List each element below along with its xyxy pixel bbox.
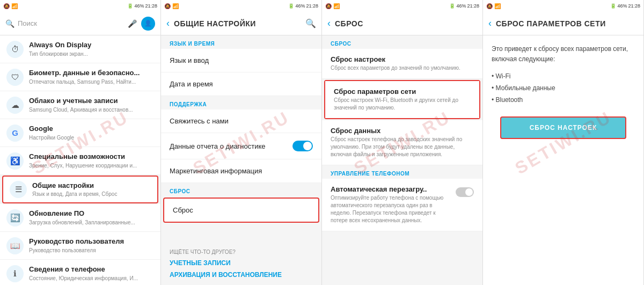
section-reset-label: СБРОС — [161, 183, 321, 196]
about-icon: ℹ — [6, 265, 24, 282]
status-bar-1: 🔕 📶 🔋 46% 21:28 — [0, 0, 160, 12]
menu-language[interactable]: Язык и ввод — [161, 49, 321, 72]
status-bar-3: 🔕 📶 🔋 46% 21:28 — [322, 0, 482, 12]
status-bar-2: 🔕 📶 🔋 46% 21:28 — [161, 0, 321, 12]
list-item-user-guide[interactable]: 📖 Руководство пользователя Руководство п… — [0, 232, 160, 260]
about-title: Сведения о телефоне — [29, 265, 154, 274]
top-bar-reset-network: ‹ СБРОС ПАРАМЕТРОВ СЕТИ — [483, 12, 643, 35]
reset-settings-button[interactable]: СБРОС НАСТРОЕК — [500, 116, 626, 139]
list-item-biometrics[interactable]: 🛡 Биометр. данные и безопасно... Отпечат… — [0, 63, 160, 91]
status-left-4: 🔕 📶 — [486, 3, 501, 9]
network-item-bluetooth: Bluetooth — [492, 94, 635, 106]
signal-icon: 📶 — [11, 3, 18, 9]
section-support: ПОДДЕРЖКА — [161, 96, 321, 109]
reset-network-body: Это приведет к сбросу всех параметров се… — [483, 35, 643, 285]
status-left-icons: 🔕 📶 — [3, 3, 18, 9]
section-reset: СБРОС — [322, 35, 482, 49]
menu-reset-active[interactable]: Сброс — [163, 198, 319, 223]
status-right-4: 🔋 46% 21:28 — [610, 3, 640, 9]
menu-reset-item: Сброс — [164, 199, 318, 222]
signal-icon-4: 📶 — [494, 3, 501, 9]
guide-title: Руководство пользователя — [29, 237, 154, 246]
accessibility-title: Специальные возможности — [29, 152, 154, 162]
reset-settings-item[interactable]: Сброс настроек Сброс всех параметров до … — [322, 49, 482, 79]
status-left-2: 🔕 📶 — [164, 3, 179, 9]
battery-percent-2: 46% — [295, 3, 305, 9]
about-text: Сведения о телефоне Состояние, Юридическ… — [29, 265, 154, 282]
reset-settings-sub: Сброс всех параметров до значений по умо… — [331, 64, 474, 72]
cloud-icon: ☁ — [6, 97, 24, 114]
general-settings-title: ОБЩИЕ НАСТРОЙКИ — [174, 19, 305, 28]
menu-datetime[interactable]: Дата и время — [161, 72, 321, 96]
accessibility-sub: Зрение, Слух, Нарушение координации и... — [29, 162, 154, 169]
back-button-2[interactable]: ‹ — [166, 18, 170, 29]
auto-restart-sub: Оптимизируйте работу телефона с помощью … — [331, 194, 451, 224]
google-sub: Настройки Google — [29, 134, 154, 141]
notification-icon-3: 🔕 — [325, 3, 332, 9]
accessibility-text: Специальные возможности Зрение, Слух, На… — [29, 152, 154, 169]
list-item-about-phone[interactable]: ℹ Сведения о телефоне Состояние, Юридиче… — [0, 260, 160, 285]
google-text: Google Настройки Google — [29, 125, 154, 141]
network-item-mobile: Мобильные данные — [492, 83, 635, 94]
status-right-3: 🔋 46% 21:28 — [449, 3, 479, 9]
general-title: Общие настройки — [32, 181, 151, 191]
biometrics-sub: Отпечаток пальца, Samsung Pass, Найти... — [29, 78, 154, 85]
guide-text: Руководство пользователя Руководство пол… — [29, 237, 154, 254]
time-2: 21:28 — [306, 3, 318, 9]
time-4: 21:28 — [628, 3, 640, 9]
reset-list: СБРОС Сброс настроек Сброс всех параметр… — [322, 35, 482, 285]
mic-icon[interactable]: 🎤 — [128, 19, 137, 28]
time-3: 21:28 — [467, 3, 479, 9]
auto-restart-toggle[interactable] — [456, 187, 474, 197]
back-button-3[interactable]: ‹ — [327, 18, 331, 29]
battery-percent: 46% — [134, 3, 144, 9]
reset-network-item-highlighted[interactable]: Сброс параметров сети Сброс настроек Wi-… — [324, 80, 480, 119]
reset-title: СБРОС — [335, 19, 477, 28]
general-sub: Язык и ввод, Дата и время, Сброс — [32, 191, 151, 198]
notification-icon-2: 🔕 — [164, 3, 171, 9]
status-right-2: 🔋 46% 21:28 — [288, 3, 318, 9]
diagnostics-label: Данные отчета о диагностике — [170, 142, 266, 150]
panel-main-settings: 🔕 📶 🔋 46% 21:28 🔍 Поиск 🎤 👤 ⏱ Always On … — [0, 0, 161, 285]
signal-icon-2: 📶 — [172, 3, 179, 9]
accessibility-icon: ♿ — [6, 152, 24, 170]
link-accounts[interactable]: УЧЕТНЫЕ ЗАПИСИ — [170, 257, 313, 269]
cloud-title: Облако и учетные записи — [29, 97, 154, 106]
reset-settings-title: Сброс настроек — [331, 55, 474, 63]
software-icon: 🔄 — [6, 209, 24, 226]
search-input[interactable]: Поиск — [18, 19, 128, 27]
list-item-general-settings[interactable]: ☰ Общие настройки Язык и ввод, Дата и вр… — [2, 176, 158, 203]
avatar[interactable]: 👤 — [141, 17, 155, 31]
aod-icon: ⏱ — [6, 41, 24, 58]
diagnostics-toggle[interactable] — [292, 141, 313, 151]
list-item-accessibility[interactable]: ♿ Специальные возможности Зрение, Слух, … — [0, 147, 160, 175]
auto-restart-item[interactable]: Автоматическая перезагру.. Оптимизируйте… — [322, 179, 482, 231]
guide-sub: Руководство пользователя — [29, 247, 154, 254]
aod-text: Always On Display Тип блокировки экран..… — [29, 41, 154, 57]
battery-4: 🔋 — [610, 3, 616, 9]
cloud-sub: Samsung Cloud, Архивация и восстанов... — [29, 106, 154, 113]
reset-network-title: Сброс параметров сети — [334, 87, 471, 96]
reset-network-sub: Сброс настроек Wi-Fi, Bluetooth и других… — [334, 97, 471, 112]
cloud-text: Облако и учетные записи Samsung Cloud, А… — [29, 97, 154, 113]
list-item-cloud[interactable]: ☁ Облако и учетные записи Samsung Cloud,… — [0, 91, 160, 119]
back-button-4[interactable]: ‹ — [488, 18, 492, 29]
list-item-google[interactable]: G Google Настройки Google — [0, 119, 160, 147]
reset-network-header-title: СБРОС ПАРАМЕТРОВ СЕТИ — [496, 19, 638, 28]
notification-icon: 🔕 — [3, 3, 10, 9]
list-item-aod[interactable]: ⏱ Always On Display Тип блокировки экран… — [0, 35, 160, 63]
list-item-software[interactable]: 🔄 Обновление ПО Загрузка обновлений, Зап… — [0, 204, 160, 232]
link-backup[interactable]: АРХИВАЦИЯ И ВОССТАНОВЛЕНИЕ — [170, 269, 313, 281]
biometrics-text: Биометр. данные и безопасно... Отпечаток… — [29, 69, 154, 85]
reset-data-item[interactable]: Сброс данных Сброс настроек телефона до … — [322, 120, 482, 165]
network-item-wifi: Wi-Fi — [492, 71, 635, 83]
settings-list: ⏱ Always On Display Тип блокировки экран… — [0, 35, 160, 285]
section-lang-time: ЯЗЫК И ВРЕМЯ — [161, 35, 321, 49]
menu-marketing[interactable]: Маркетинговая информация — [161, 159, 321, 183]
menu-diagnostics[interactable]: Данные отчета о диагностике — [161, 133, 321, 159]
aod-sub: Тип блокировки экран... — [29, 50, 154, 57]
menu-contact[interactable]: Свяжитесь с нами — [161, 109, 321, 133]
top-bar-reset: ‹ СБРОС — [322, 12, 482, 35]
biometrics-icon: 🛡 — [6, 69, 24, 86]
search-icon-top-2[interactable]: 🔍 — [305, 18, 316, 28]
